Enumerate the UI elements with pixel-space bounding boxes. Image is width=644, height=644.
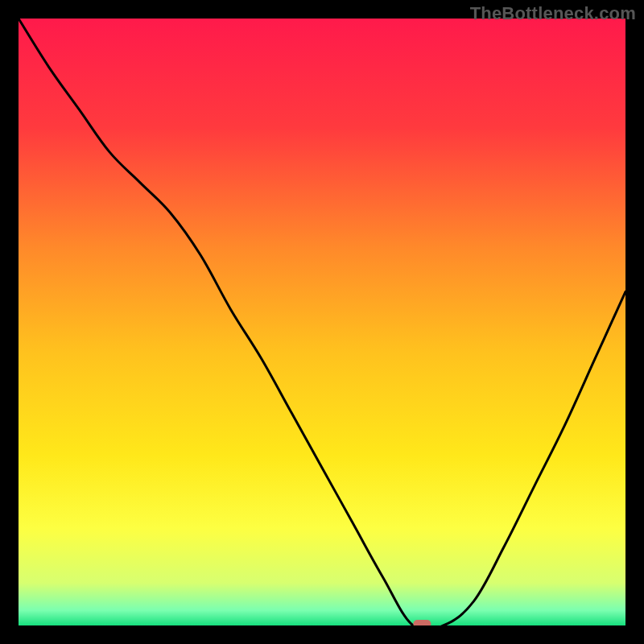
chart-frame: TheBottleneck.com xyxy=(0,0,644,644)
plot-area xyxy=(19,19,625,625)
watermark-text: TheBottleneck.com xyxy=(470,3,636,24)
curve-marker xyxy=(413,620,431,625)
chart-svg xyxy=(19,19,625,625)
chart-background xyxy=(19,19,625,625)
